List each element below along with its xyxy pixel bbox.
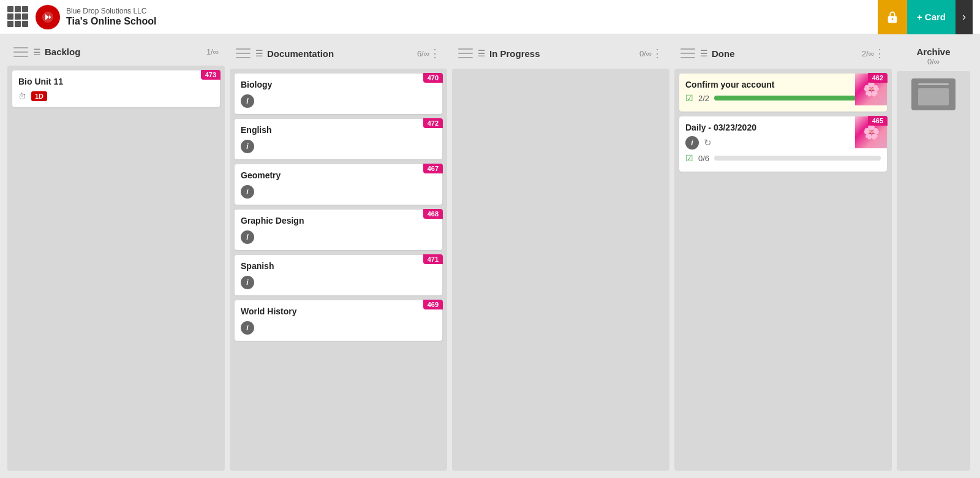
check-count: 0/6 [698, 154, 709, 163]
documentation-list-icon: ☰ [255, 48, 263, 58]
kanban-board: ☰ Backlog 1/∞ 473 Bio Unit 11 ⏱ 1D ☰ Doc… [0, 34, 980, 478]
card-title: World History [241, 306, 418, 316]
app-logo [36, 5, 60, 29]
app-header: Blue Drop Solutions LLC Tia's Online Sch… [0, 0, 980, 34]
check-count: 2/2 [698, 94, 709, 103]
time-badge: 1D [31, 91, 47, 101]
backlog-body: 473 Bio Unit 11 ⏱ 1D [7, 66, 225, 471]
info-icon[interactable]: i [241, 94, 254, 108]
card-badge: 469 [423, 300, 443, 309]
in-progress-count: 0/∞ [639, 49, 652, 58]
app-title-block: Blue Drop Solutions LLC Tia's Online Sch… [66, 7, 157, 28]
list-item[interactable]: 468 Graphic Design i [235, 210, 442, 250]
card-meta-row: ⏱ 1D [18, 91, 214, 101]
info-icon[interactable]: i [241, 185, 254, 199]
info-icon[interactable]: i [241, 140, 254, 153]
card-title: Daily - 03/23/2020 [685, 123, 847, 132]
documentation-column: ☰ Documentation 6/∞ ⋮ 470 Biology i 472 … [230, 42, 447, 471]
documentation-column-header: ☰ Documentation 6/∞ ⋮ [230, 42, 447, 65]
card-badge: 468 [423, 209, 443, 219]
documentation-title: Documentation [267, 48, 415, 59]
refresh-icon[interactable]: ↻ [704, 137, 712, 148]
documentation-body: 470 Biology i 472 English i 467 Geometry… [230, 69, 447, 471]
done-column-header: ☰ Done 2/∞ ⋮ [674, 42, 892, 65]
card-title: Graphic Design [241, 216, 418, 226]
company-name: Blue Drop Solutions LLC [66, 7, 157, 15]
in-progress-list-icon: ☰ [478, 48, 486, 58]
checkbox-icon: ☑ [685, 153, 693, 163]
clock-icon: ⏱ [18, 92, 26, 101]
backlog-column-header: ☰ Backlog 1/∞ [7, 42, 225, 62]
list-item[interactable]: 470 Biology i [235, 74, 442, 114]
backlog-title: Backlog [45, 47, 204, 57]
archive-column: Archive 0/∞ [897, 42, 970, 471]
card-actions-row: i ↻ [685, 136, 881, 150]
archive-box-body [918, 88, 949, 105]
list-item[interactable]: 472 English i [235, 119, 442, 159]
progress-bar [714, 156, 881, 161]
card-badge: 470 [423, 73, 443, 83]
in-progress-drag-handle[interactable] [458, 48, 473, 58]
table-row[interactable]: 473 Bio Unit 11 ⏱ 1D [12, 70, 220, 107]
card-title: Bio Unit 11 [18, 77, 195, 86]
archive-count: 0/∞ [916, 57, 950, 66]
card-title: Geometry [241, 170, 418, 180]
list-item[interactable]: 467 Geometry i [235, 164, 442, 205]
add-card-button[interactable]: + Card [907, 0, 956, 34]
card-badge: 465 [868, 116, 888, 126]
done-title: Done [712, 48, 859, 59]
card-title: Confirm your account [685, 80, 847, 89]
documentation-count: 6/∞ [417, 49, 429, 58]
school-name: Tia's Online School [66, 15, 157, 27]
info-icon[interactable]: i [685, 136, 699, 150]
info-icon[interactable]: i [241, 276, 254, 289]
in-progress-column-header: ☰ In Progress 0/∞ ⋮ [452, 42, 669, 65]
documentation-menu-button[interactable]: ⋮ [429, 47, 441, 60]
card-title: Biology [241, 80, 418, 89]
done-list-icon: ☰ [700, 48, 708, 58]
done-body: 462 🌸 Confirm your account ☑ 2/2 465 🌸 [674, 69, 892, 471]
header-more-button[interactable]: › [956, 0, 973, 34]
card-title: English [241, 125, 418, 135]
in-progress-body [452, 69, 669, 471]
archive-body [897, 71, 970, 471]
archive-box-line [918, 83, 949, 85]
card-progress-row: ☑ 0/6 [685, 153, 881, 163]
card-title: Spanish [241, 261, 418, 271]
list-item[interactable]: 471 Spanish i [235, 255, 442, 295]
archive-column-header: Archive 0/∞ [914, 42, 952, 71]
lock-button[interactable] [878, 0, 907, 34]
grid-menu-icon[interactable] [7, 6, 29, 28]
in-progress-menu-button[interactable]: ⋮ [652, 47, 663, 60]
card-progress-row: ☑ 2/2 [685, 93, 881, 103]
done-count: 2/∞ [862, 49, 874, 58]
backlog-list-icon: ☰ [33, 47, 41, 57]
checkbox-icon: ☑ [685, 93, 693, 103]
card-badge: 473 [201, 70, 221, 80]
list-item[interactable]: 465 🌸 Daily - 03/23/2020 i ↻ ☑ 0/6 [679, 116, 887, 172]
archive-box[interactable] [911, 78, 956, 110]
done-column: ☰ Done 2/∞ ⋮ 462 🌸 Confirm your account … [674, 42, 892, 471]
card-badge: 462 [868, 73, 888, 83]
backlog-count: 1/∞ [206, 47, 219, 56]
done-menu-button[interactable]: ⋮ [874, 47, 886, 60]
list-item[interactable]: 462 🌸 Confirm your account ☑ 2/2 [679, 74, 887, 112]
list-item[interactable]: 469 World History i [235, 300, 442, 341]
documentation-drag-handle[interactable] [236, 48, 251, 58]
in-progress-column: ☰ In Progress 0/∞ ⋮ [452, 42, 669, 471]
done-drag-handle[interactable] [680, 48, 695, 58]
in-progress-title: In Progress [489, 48, 637, 59]
card-badge: 467 [423, 164, 443, 173]
info-icon[interactable]: i [241, 230, 254, 244]
backlog-column: ☰ Backlog 1/∞ 473 Bio Unit 11 ⏱ 1D [7, 42, 225, 471]
archive-title: Archive [916, 47, 950, 57]
backlog-drag-handle[interactable] [13, 47, 28, 57]
info-icon[interactable]: i [241, 321, 254, 335]
card-badge: 472 [423, 118, 443, 128]
card-badge: 471 [423, 254, 443, 264]
